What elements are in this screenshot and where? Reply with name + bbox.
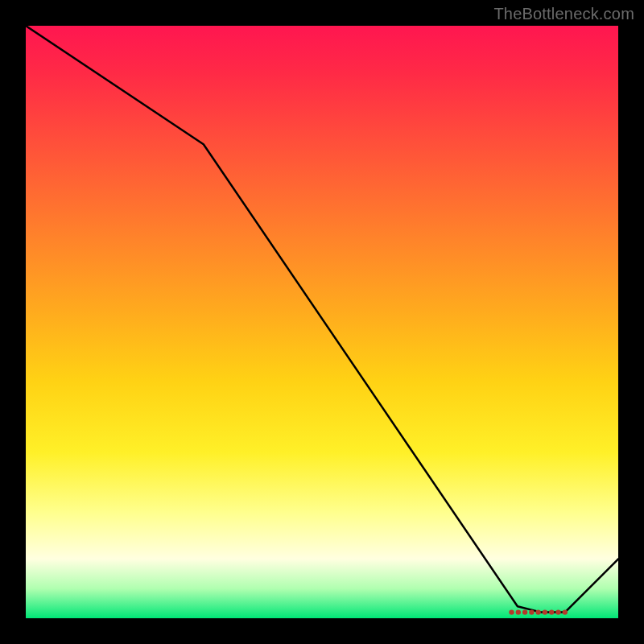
chart-svg	[26, 26, 618, 618]
watermark-text: TheBottleneck.com	[493, 5, 634, 23]
data-line	[26, 26, 618, 613]
marker-dot	[529, 609, 534, 614]
plot-area	[26, 26, 618, 618]
chart-container: TheBottleneck.com	[0, 0, 644, 644]
marker-dot	[549, 609, 554, 614]
marker-dot	[535, 609, 540, 614]
marker-dots	[509, 609, 568, 614]
marker-dot	[555, 609, 560, 614]
marker-dot	[509, 609, 514, 614]
marker-dot	[563, 609, 568, 614]
marker-dot	[522, 609, 527, 614]
marker-dot	[543, 609, 547, 614]
marker-dot	[516, 609, 521, 614]
